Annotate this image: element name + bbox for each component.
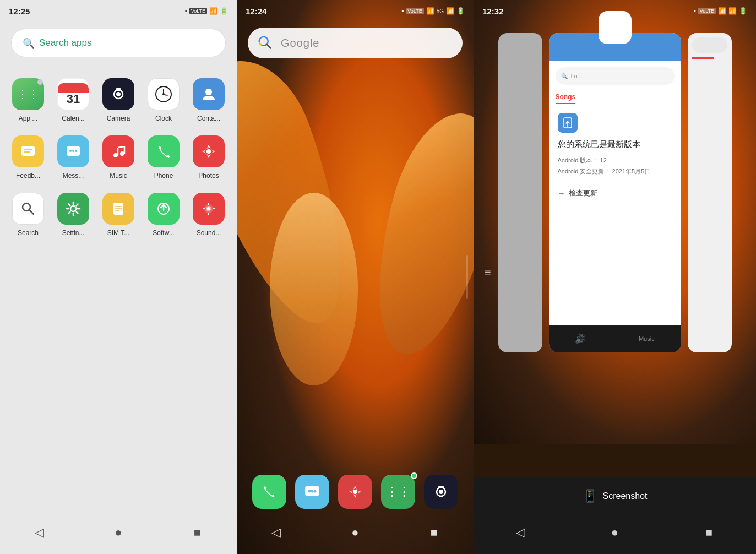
dock-appvault[interactable]: ⋮⋮	[381, 475, 415, 509]
svg-point-55	[439, 490, 443, 494]
arrow-icon: →	[558, 189, 565, 198]
status-bar-1: 12:25 ▪ VoLTE 📶 🔋	[0, 0, 237, 22]
search-app-icon	[12, 193, 44, 225]
dock-camera[interactable]	[424, 475, 458, 509]
svg-rect-8	[21, 146, 35, 156]
recents-button-3[interactable]: ■	[698, 522, 720, 544]
home-button-2[interactable]: ●	[344, 522, 366, 544]
nav-bar-1: ◁ ● ■	[0, 515, 237, 554]
clock-icon	[148, 78, 180, 110]
svg-point-53	[353, 490, 357, 494]
search-label: Search	[9, 229, 47, 237]
fiveg-icon: 5G	[437, 8, 444, 14]
app-item-settings[interactable]: Settin...	[51, 186, 96, 243]
phone-icon	[148, 135, 180, 167]
check-update-row[interactable]: → 检查更新	[558, 188, 672, 198]
app-item-feedback[interactable]: Feedb...	[6, 129, 51, 186]
google-search-bar[interactable]: Google	[248, 28, 463, 58]
calendar-label: Calen...	[55, 115, 92, 122]
battery-icon: ▪	[184, 7, 187, 15]
volte-badge-3: VoLTE	[698, 8, 716, 14]
clock-label: Clock	[145, 115, 182, 122]
music-icon	[102, 135, 134, 167]
app-item-camera[interactable]: Camera	[96, 72, 141, 129]
battery-icon-5: ▪	[693, 7, 695, 15]
back-button-3[interactable]: ◁	[510, 522, 532, 544]
messages-label: Mess...	[55, 172, 92, 180]
app-item-sound[interactable]: Sound...	[186, 186, 231, 243]
status-icons-3: ▪ VoLTE 📶 📶 🔋	[693, 7, 747, 15]
home-dock: ⋮⋮	[237, 468, 474, 515]
recent-apps-container: 🔍 Lo... Songs 您的系统已是最新版本 Android 版本： 1	[474, 22, 756, 554]
feedback-icon	[12, 135, 44, 167]
app-item-search[interactable]: Search	[6, 186, 51, 243]
wifi-icon-2: 📶	[718, 7, 726, 15]
svg-point-6	[162, 93, 165, 95]
feedback-label: Feedb...	[9, 172, 47, 180]
dock-photos[interactable]	[338, 475, 372, 509]
screenshot-bar[interactable]: 📱 Screenshot	[474, 477, 756, 515]
screenshot-icon: 📱	[583, 489, 597, 503]
footer-icon-1: 🔊	[575, 334, 586, 344]
app-item-photos[interactable]: Photos	[186, 129, 231, 186]
recent-card-right[interactable]	[688, 33, 732, 352]
calendar-icon: 31	[57, 78, 89, 110]
songs-tab-container: Songs	[549, 91, 681, 104]
app-item-clock[interactable]: Clock	[141, 72, 186, 129]
recents-button-2[interactable]: ■	[423, 522, 445, 544]
svg-point-14	[75, 150, 77, 152]
recents-button-1[interactable]: ■	[186, 522, 208, 544]
security-date: 2021年5月5日	[612, 168, 651, 175]
card-right-tab-line	[692, 57, 714, 59]
card-search-bar-inner: 🔍 Lo...	[556, 67, 675, 85]
phone-label: Phone	[145, 172, 182, 180]
app-item-contacts[interactable]: Conta...	[186, 72, 231, 129]
contacts-icon	[193, 78, 225, 110]
card-title: 您的系统已是最新版本	[558, 139, 672, 150]
app-item-software[interactable]: Softw...	[141, 186, 186, 243]
home-button-1[interactable]: ●	[107, 522, 129, 544]
update-icon	[558, 113, 578, 133]
app-item-simt[interactable]: SIM T...	[96, 186, 141, 243]
settings-label: Settin...	[55, 229, 92, 237]
google-magnify-icon	[257, 34, 274, 52]
app-thumbnail	[599, 11, 632, 44]
app-item-phone[interactable]: Phone	[141, 129, 186, 186]
card-subtitle: Android 版本： 12 Android 安全更新： 2021年5月5日	[558, 155, 672, 177]
card-right-search	[692, 37, 727, 53]
app-item-calendar[interactable]: 31 Calen...	[51, 72, 96, 129]
svg-line-31	[69, 212, 70, 214]
search-bar[interactable]: 🔍 Search apps	[11, 29, 226, 57]
svg-line-28	[69, 204, 70, 206]
nav-bar-3: ◁ ● ■	[474, 515, 756, 554]
back-button-1[interactable]: ◁	[29, 522, 51, 544]
dock-messages[interactable]	[295, 475, 329, 509]
music-label: Music	[100, 172, 137, 180]
screenshot-text: Screenshot	[603, 491, 648, 501]
search-icon: 🔍	[23, 37, 34, 48]
recent-card-mid[interactable]: 🔍 Lo... Songs 您的系统已是最新版本 Android 版本： 1	[549, 33, 681, 352]
sound-label: Sound...	[190, 229, 227, 237]
status-icons-1: ▪ VoLTE 📶 🔋	[184, 7, 228, 15]
recent-card-left[interactable]	[498, 33, 542, 352]
security-label: Android 安全更新：	[558, 168, 611, 175]
dock-badge	[411, 472, 417, 479]
home-screen-panel: 12:24 ▪ VoLTE 📶 5G 📶 🔋 Google	[237, 0, 474, 554]
home-button-3[interactable]: ●	[604, 522, 626, 544]
android-version-label: Android 版本：	[558, 157, 599, 164]
svg-point-23	[70, 206, 76, 211]
svg-line-48	[266, 44, 270, 48]
google-search-text: Google	[281, 37, 320, 50]
card-body: 您的系统已是最新版本 Android 版本： 12 Android 安全更新： …	[549, 104, 681, 325]
software-label: Softw...	[145, 229, 182, 237]
back-button-2[interactable]: ◁	[265, 522, 287, 544]
svg-point-52	[314, 490, 317, 493]
svg-point-12	[69, 150, 72, 152]
dock-phone[interactable]	[252, 475, 286, 509]
app-item-appvault[interactable]: ⋮⋮ App ...	[6, 72, 51, 129]
status-time-1: 12:25	[9, 7, 30, 16]
card-search-text: Lo...	[571, 73, 583, 79]
app-item-messages[interactable]: Mess...	[51, 129, 96, 186]
svg-point-51	[311, 490, 314, 493]
app-item-music[interactable]: Music	[96, 129, 141, 186]
